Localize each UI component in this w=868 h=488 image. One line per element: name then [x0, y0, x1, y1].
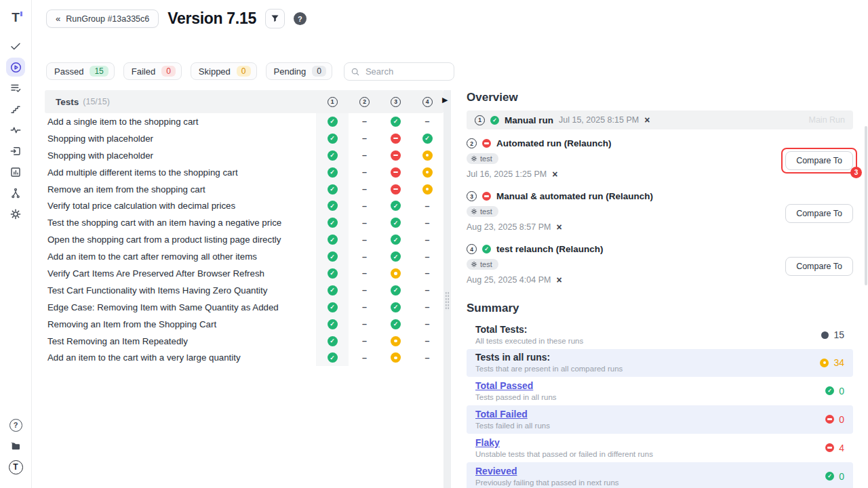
sidebar-item-pulse-activity-icon[interactable]: [6, 121, 25, 140]
gear-icon: [471, 261, 477, 268]
run-tag-label: test: [480, 155, 492, 163]
status-icon: [328, 117, 338, 127]
compare-to-button[interactable]: Compare To: [785, 257, 853, 276]
summary-label: Total Tests:: [475, 324, 821, 336]
compare-to-button[interactable]: Compare To: [785, 204, 853, 223]
table-row[interactable]: Shopping with placeholder: [45, 147, 443, 164]
table-row[interactable]: Remove an item from the shopping cart: [45, 181, 443, 198]
docs-folder-icon[interactable]: [6, 436, 25, 455]
run-row: 4 test relaunch (Relaunch) test Aug 25, …: [467, 242, 853, 291]
splitter-drag-handle[interactable]: [445, 291, 450, 310]
remove-run-icon[interactable]: ×: [552, 169, 557, 179]
status-icon: [359, 167, 370, 178]
table-row[interactable]: Test Cart Functionality with Items Havin…: [45, 282, 443, 299]
summary-desc: Tests that are present in all compared r…: [475, 365, 820, 373]
sidebar-item-tests-check-icon[interactable]: [6, 37, 25, 56]
remove-run-icon[interactable]: ×: [644, 115, 650, 125]
summary-status-icon: [825, 443, 834, 452]
status-icon: [359, 319, 370, 329]
vertical-scrollbar-thumb[interactable]: [865, 126, 867, 285]
sidebar-item-runs-play-circle-icon[interactable]: [6, 58, 25, 77]
topbar: « RunGroup #13a335c6 Version 7.15 ?: [32, 0, 868, 31]
remove-run-icon[interactable]: ×: [556, 222, 561, 232]
summary-status-icon: [820, 359, 829, 367]
table-row[interactable]: Open the shopping cart from a product li…: [45, 231, 443, 248]
status-icon: [359, 117, 370, 127]
panel-splitter: ▶: [443, 90, 451, 488]
table-row[interactable]: Add a single item to the shopping cart: [45, 113, 443, 130]
status-icon: [391, 319, 401, 329]
status-icon: [328, 134, 338, 144]
run-number-badge: 2: [467, 138, 477, 148]
status-icon: [359, 184, 370, 195]
status-icon: [328, 235, 338, 245]
main-run-button[interactable]: Main Run: [809, 115, 846, 125]
sidebar-item-analytics-chart-icon[interactable]: [6, 163, 25, 182]
table-row[interactable]: Test the shopping cart with an item havi…: [45, 214, 443, 231]
table-row[interactable]: Removing an Item from the Shopping Cart: [45, 316, 443, 333]
run-status-icon: [482, 139, 491, 148]
chip-count-badge: 15: [90, 66, 108, 77]
table-row[interactable]: Edge Case: Removing Item with Same Quant…: [45, 299, 443, 316]
test-name: Add an item to the cart with a very larg…: [45, 349, 316, 366]
table-row[interactable]: Add multiple different items to the shop…: [45, 164, 443, 181]
filter-chip-failed[interactable]: Failed 0: [123, 62, 182, 80]
summary-link-revieved[interactable]: Revieved: [475, 466, 517, 477]
summary-status-icon: [825, 415, 834, 424]
filter-funnel-button[interactable]: [265, 9, 285, 28]
overview-panel: Overview 1 Manual run Jul 15, 2025 8:15 …: [451, 90, 868, 488]
table-row[interactable]: Verify Cart Items Are Preserved After Br…: [45, 265, 443, 282]
summary-desc: Previously failing that passed in next r…: [475, 479, 825, 487]
chip-label: Pending: [274, 66, 307, 77]
table-row[interactable]: Add an item to the cart with a very larg…: [45, 349, 443, 366]
status-icon: [359, 134, 370, 144]
status-icon: [422, 134, 433, 144]
rungroup-back-button[interactable]: « RunGroup #13a335c6: [46, 9, 159, 28]
sidebar-item-branches-icon[interactable]: [6, 184, 25, 203]
test-name: Verify Cart Items Are Preserved After Br…: [45, 265, 316, 282]
status-icon: [359, 235, 370, 245]
sidebar-item-import-icon[interactable]: [6, 142, 25, 161]
status-icon: [422, 285, 433, 296]
remove-run-icon[interactable]: ×: [556, 275, 561, 285]
status-icon: [328, 184, 338, 195]
gear-icon: [471, 208, 477, 215]
status-icon: [422, 167, 433, 178]
collapse-panel-arrow-icon[interactable]: ▶: [442, 96, 448, 104]
test-name: Add a single item to the shopping cart: [45, 113, 316, 130]
search-icon: [351, 67, 360, 77]
test-name: Edge Case: Removing Item with Same Quant…: [45, 299, 316, 316]
summary-link-flaky[interactable]: Flaky: [475, 437, 500, 449]
run-column-1-header: 1: [328, 97, 338, 107]
compare-to-button[interactable]: Compare To: [785, 151, 853, 170]
help-circle-icon[interactable]: ?: [6, 415, 25, 434]
filter-chip-pending[interactable]: Pending 0: [266, 62, 332, 80]
run-date: Aug 23, 2025 8:57 PM: [467, 222, 551, 232]
profile-logo-circle-icon[interactable]: T: [6, 458, 25, 476]
search-input[interactable]: [344, 62, 454, 81]
table-row[interactable]: Test Removing an Item Repeatedly: [45, 333, 443, 350]
filter-chip-passed[interactable]: Passed 15: [46, 62, 115, 80]
sidebar-item-settings-gear-icon[interactable]: [6, 205, 25, 224]
filter-chip-skipped[interactable]: Skipped 0: [191, 62, 257, 80]
status-icon: [391, 167, 401, 178]
sidebar-item-milestones-stairs-icon[interactable]: [6, 100, 25, 119]
rungroup-back-label: RunGroup #13a335c6: [66, 14, 149, 24]
run-tag: test: [467, 259, 498, 270]
help-button[interactable]: ?: [294, 12, 307, 25]
summary-link-total-failed[interactable]: Total Failed: [475, 409, 528, 420]
table-row[interactable]: Verify total price calculation with deci…: [45, 197, 443, 214]
summary-desc: Tests failed in all runs: [475, 422, 825, 430]
table-row[interactable]: Shopping with placeholder: [45, 130, 443, 147]
summary-row: Total Tests: All tests executed in these…: [467, 321, 853, 349]
summary-value: 0: [839, 386, 844, 396]
summary-value: 34: [833, 357, 844, 368]
status-icon: [391, 235, 401, 245]
summary-link-total-passed[interactable]: Total Passed: [475, 380, 533, 392]
status-icon: [328, 302, 338, 312]
status-icon: [359, 336, 370, 346]
sidebar-item-plans-list-check-icon[interactable]: [6, 79, 25, 98]
table-row[interactable]: Add an item to the cart after removing a…: [45, 248, 443, 265]
run-column-3-header: 3: [391, 97, 401, 107]
summary-desc: Tests passed in all runs: [475, 393, 825, 402]
